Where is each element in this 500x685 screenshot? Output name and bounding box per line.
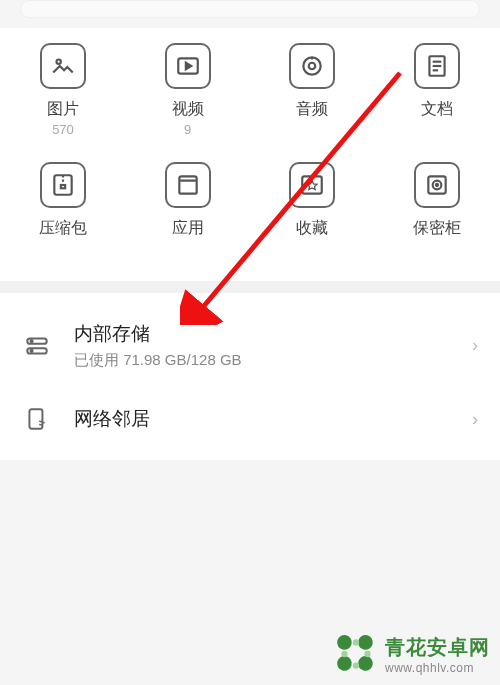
category-audio[interactable]: 音频: [267, 43, 357, 137]
category-label: 收藏: [296, 218, 328, 239]
svg-point-30: [364, 651, 370, 657]
document-icon: [414, 43, 460, 89]
svg-point-29: [341, 651, 347, 657]
archive-icon: [40, 162, 86, 208]
category-documents[interactable]: 文档: [392, 43, 482, 137]
network-title: 网络邻居: [74, 406, 472, 432]
categories-row-1: 图片 570 视频 9 音频 文档: [18, 43, 482, 137]
category-label: 文档: [421, 99, 453, 120]
category-label: 视频: [172, 99, 204, 120]
svg-rect-10: [61, 185, 65, 188]
svg-rect-23: [335, 633, 353, 651]
category-label: 压缩包: [39, 218, 87, 239]
svg-rect-11: [179, 181, 196, 194]
category-pictures[interactable]: 图片 570: [18, 43, 108, 137]
category-archives[interactable]: 压缩包: [18, 162, 108, 256]
watermark-title: 青花安卓网: [385, 634, 490, 661]
svg-point-3: [309, 63, 316, 70]
svg-point-2: [304, 57, 321, 74]
category-label: 应用: [172, 218, 204, 239]
category-label: 音频: [296, 99, 328, 120]
svg-rect-12: [303, 176, 323, 193]
svg-rect-26: [356, 654, 374, 672]
storage-title: 内部存储: [74, 321, 472, 347]
watermark-logo-icon: [335, 633, 377, 675]
svg-point-19: [31, 349, 33, 351]
svg-point-0: [57, 60, 61, 64]
picture-icon: [40, 43, 86, 89]
svg-point-15: [436, 184, 438, 186]
audio-icon: [289, 43, 335, 89]
category-favorites[interactable]: 收藏: [267, 162, 357, 256]
categories-panel: 图片 570 视频 9 音频 文档: [0, 28, 500, 293]
star-icon: [289, 162, 335, 208]
list-body: 内部存储 已使用 71.98 GB/128 GB: [74, 321, 472, 370]
svg-point-28: [353, 662, 359, 668]
chevron-right-icon: ›: [472, 409, 478, 430]
categories-row-2: 压缩包 应用 收藏 保密柜: [18, 162, 482, 256]
app-icon: [165, 162, 211, 208]
svg-rect-20: [29, 409, 42, 429]
storage-subtitle: 已使用 71.98 GB/128 GB: [74, 351, 472, 370]
storage-icon: [22, 333, 52, 359]
video-icon: [165, 43, 211, 89]
svg-point-18: [31, 340, 33, 342]
safe-icon: [414, 162, 460, 208]
internal-storage-item[interactable]: 内部存储 已使用 71.98 GB/128 GB ›: [0, 303, 500, 388]
category-count: 9: [184, 122, 191, 137]
category-videos[interactable]: 视频 9: [143, 43, 233, 137]
watermark-text: 青花安卓网 www.qhhlv.com: [385, 634, 490, 675]
watermark: 青花安卓网 www.qhhlv.com: [335, 633, 490, 675]
search-bar[interactable]: [20, 0, 480, 18]
svg-point-27: [353, 639, 359, 645]
category-label: 图片: [47, 99, 79, 120]
category-label: 保密柜: [413, 218, 461, 239]
network-neighborhood-item[interactable]: 网络邻居 ›: [0, 388, 500, 450]
chevron-right-icon: ›: [472, 335, 478, 356]
category-safe[interactable]: 保密柜: [392, 162, 482, 256]
list-panel: 内部存储 已使用 71.98 GB/128 GB › 网络邻居 ›: [0, 293, 500, 460]
category-apps[interactable]: 应用: [143, 162, 233, 256]
network-icon: [22, 406, 52, 432]
list-body: 网络邻居: [74, 406, 472, 432]
category-count: 570: [52, 122, 74, 137]
watermark-url: www.qhhlv.com: [385, 661, 490, 675]
